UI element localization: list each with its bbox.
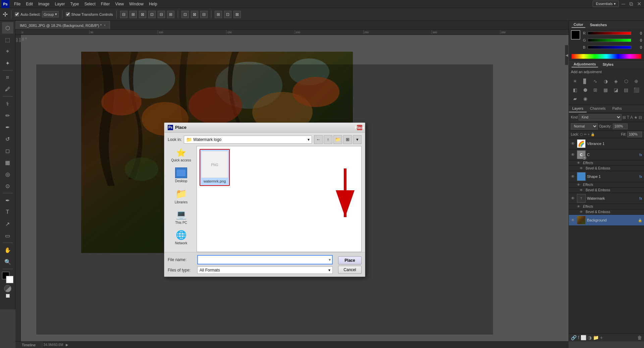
styles-tab[interactable]: Styles — [601, 62, 615, 67]
desktop-shortcut[interactable]: Desktop — [168, 165, 195, 185]
selective-color-icon[interactable]: ◉ — [581, 95, 589, 103]
layer-fx-watermark[interactable]: fx — [639, 197, 642, 200]
lasso-tool[interactable]: ⌖ — [2, 46, 13, 57]
auto-select-dropdown[interactable]: Group ▾ — [42, 11, 59, 17]
status-arrow[interactable]: ▶ — [66, 343, 68, 347]
red-slider[interactable] — [588, 32, 631, 35]
align-bottom-icon[interactable]: ⊞ — [167, 11, 174, 18]
layer-effect-icon[interactable]: ★ — [634, 115, 638, 120]
distribute-v-icon[interactable]: ⊠ — [191, 11, 198, 18]
quick-mask-btn[interactable] — [4, 285, 11, 292]
this-pc-shortcut[interactable]: 💻 This PC — [168, 207, 195, 227]
blend-mode-select[interactable]: Normal — [571, 123, 598, 130]
view-options-button[interactable]: ▾ — [353, 135, 362, 144]
sublayer-watermark-bevel[interactable]: 👁 Bevel & Emboss — [569, 209, 644, 215]
sublayer-c-effects-vis[interactable]: 👁 — [577, 161, 582, 165]
tab-close-icon[interactable]: × — [104, 23, 106, 27]
curves-icon[interactable]: ∿ — [591, 77, 599, 85]
brush-tool[interactable]: ✏ — [2, 110, 13, 121]
swatches-tab[interactable]: Swatches — [588, 22, 609, 28]
layer-name-icon[interactable]: A — [630, 115, 633, 120]
dodge-tool[interactable]: ⊙ — [2, 180, 13, 192]
gradient-tool[interactable]: ▦ — [2, 157, 13, 168]
menu-help[interactable]: Help — [146, 0, 160, 8]
menu-view[interactable]: View — [112, 0, 126, 8]
green-slider[interactable] — [588, 39, 631, 42]
lock-pixels-icon[interactable]: ⬡ — [580, 133, 583, 136]
layer-mode-icon[interactable]: ⊟ — [639, 115, 642, 120]
file-name-input[interactable] — [199, 256, 329, 263]
layer-mask-icon[interactable]: ⬜ — [581, 335, 586, 340]
align-center-v-icon[interactable]: ⊞ — [129, 11, 137, 18]
close-btn[interactable]: ✕ — [636, 0, 643, 8]
sublayer-c-bevel-vis[interactable]: 👁 — [580, 166, 584, 170]
lock-position-icon[interactable]: ✏ — [584, 133, 587, 136]
view-toggle-button[interactable]: ⊞ — [343, 135, 352, 144]
lock-artboard-icon[interactable]: + — [588, 133, 590, 136]
layer-group-icon[interactable]: 📁 — [593, 335, 599, 340]
align-right-icon[interactable]: ⊠ — [139, 11, 146, 18]
color-swatch-preview[interactable] — [571, 30, 580, 40]
fill-input[interactable] — [627, 132, 642, 137]
sublayer-watermark-effects-vis[interactable]: 👁 — [577, 205, 582, 208]
files-of-type-dropdown[interactable]: All Formats ▾ — [197, 266, 333, 274]
menu-layer[interactable]: Layer — [52, 0, 67, 8]
arrange-icon[interactable]: ⊞ — [215, 11, 222, 18]
threshold-icon[interactable]: ⬛ — [632, 86, 640, 94]
distribute-center-icon[interactable]: ⊟ — [200, 11, 208, 18]
layer-fx-c[interactable]: fx — [639, 153, 642, 157]
auto-align-icon[interactable]: ⊠ — [233, 11, 241, 18]
vibrance-icon[interactable]: ◈ — [612, 77, 620, 85]
blur-tool[interactable]: ◎ — [2, 168, 13, 180]
collapse-right-button[interactable]: ◀ — [565, 45, 569, 65]
layer-filter-icon[interactable]: ⊞ — [623, 115, 626, 120]
background-color[interactable] — [6, 276, 13, 283]
layer-background[interactable]: 👁 Background 🔒 — [569, 215, 644, 226]
layer-vis-background[interactable]: 👁 — [571, 218, 576, 222]
up-folder-button[interactable]: ↑ — [324, 135, 332, 144]
sublayer-watermark-bevel-vis[interactable]: 👁 — [580, 210, 584, 214]
brightness-contrast-icon[interactable]: ☀ — [571, 77, 579, 85]
minimize-btn[interactable]: ─ — [620, 0, 627, 8]
timeline-tab[interactable]: Timeline — [15, 341, 42, 348]
move-tool-icon[interactable]: ✢ — [3, 11, 8, 18]
photo-filter-icon[interactable]: ⬢ — [581, 86, 589, 94]
clone-stamp-tool[interactable]: ✒ — [2, 121, 13, 133]
align-left-icon[interactable]: ⊟ — [120, 11, 127, 18]
hue-saturation-icon[interactable]: ⬡ — [622, 77, 630, 85]
dialog-close-button[interactable]: Place — [357, 125, 362, 130]
restore-btn[interactable]: ⧉ — [628, 0, 634, 8]
layer-link-icon[interactable]: 🔗 — [571, 335, 577, 340]
eraser-tool[interactable]: ◻ — [2, 145, 13, 156]
sublayer-c-bevel[interactable]: 👁 Bevel & Emboss — [569, 166, 644, 171]
layer-vis-vibrance[interactable]: 👁 — [571, 141, 576, 146]
network-shortcut[interactable]: 🌐 Network — [168, 228, 195, 247]
channels-tab-btn[interactable]: Channels — [587, 105, 609, 112]
layer-vis-watermark[interactable]: 👁 — [571, 196, 576, 201]
zoom-tool[interactable]: 🔍 — [2, 256, 13, 267]
text-tool[interactable]: T — [2, 206, 13, 218]
align-center-h-icon[interactable]: ⊟ — [158, 11, 165, 18]
marquee-tool[interactable]: ⬚ — [2, 34, 13, 45]
menu-type[interactable]: Type — [67, 0, 82, 8]
gradient-map-icon[interactable]: ▰ — [571, 95, 579, 103]
sublayer-shape1-bevel-vis[interactable]: 👁 — [580, 188, 584, 192]
menu-window[interactable]: Window — [126, 0, 146, 8]
layer-style-icon[interactable]: f — [578, 335, 579, 340]
invert-icon[interactable]: ◪ — [612, 86, 620, 94]
screen-mode-btn[interactable]: ⬜ — [6, 294, 10, 298]
shape-tool[interactable]: ▭ — [2, 230, 13, 241]
paths-tab-btn[interactable]: Paths — [609, 105, 625, 112]
back-button[interactable]: ← — [314, 135, 323, 144]
move-tool[interactable]: ⬡ — [2, 22, 13, 34]
posterize-icon[interactable]: ▤ — [622, 86, 630, 94]
distribute-spacing-icon[interactable]: ⊡ — [224, 11, 231, 18]
layer-vibrance[interactable]: 👁 🌈 Vibrance 1 — [569, 138, 644, 149]
pen-tool[interactable]: ✒ — [2, 195, 13, 206]
spot-healing-tool[interactable]: ⚕ — [2, 98, 13, 109]
align-top-icon[interactable]: ⊡ — [148, 11, 156, 18]
color-spectrum-bar[interactable] — [572, 54, 641, 59]
sublayer-c-effects[interactable]: 👁 Effects — [569, 160, 644, 166]
color-tab[interactable]: Color — [572, 22, 585, 28]
layer-watermark[interactable]: 👁 T Watermark fx — [569, 193, 644, 204]
